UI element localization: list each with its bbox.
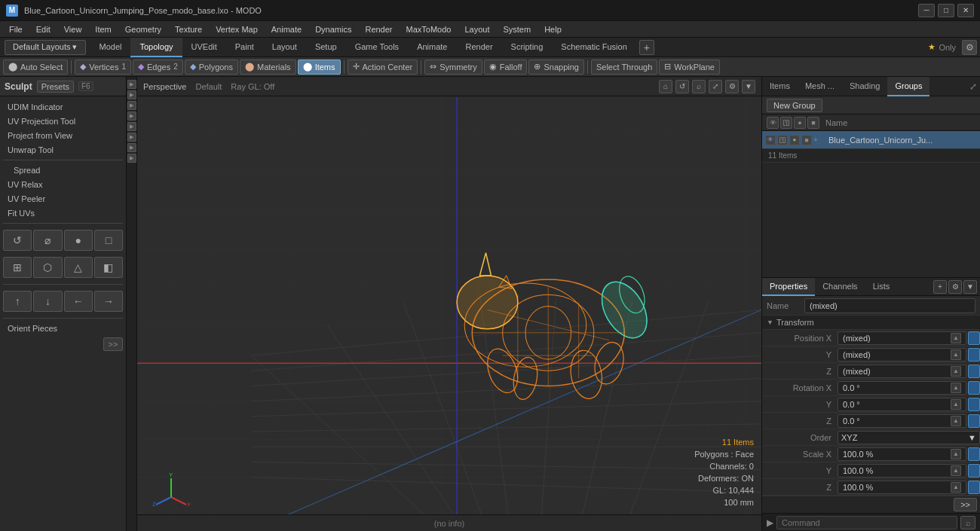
presets-button[interactable]: Presets [37,81,74,93]
prop-more-btn[interactable]: ▼ [963,280,977,294]
select-through-button[interactable]: Select Through [591,60,657,75]
rotation-x-value[interactable]: 0.0 ° ▲ [838,381,966,395]
right-tab-groups[interactable]: Groups [887,77,929,96]
tool-uv-projection[interactable]: UV Projection Tool [2,114,124,128]
maximize-button[interactable]: □ [938,4,954,17]
minimize-button[interactable]: ─ [918,4,935,17]
menu-maxtomodo[interactable]: MaxToModo [400,23,458,35]
scale-z-blue-btn[interactable] [968,481,980,494]
items-button[interactable]: ⬤ Items [298,60,341,75]
menu-system[interactable]: System [497,23,537,35]
strip-btn-1[interactable]: ▶ [127,80,136,89]
pos-x-blue-btn[interactable] [968,331,980,345]
scale-x-value[interactable]: 100.0 % ▲ [838,447,966,461]
order-select[interactable]: XYZ ▼ [838,431,980,444]
vp-icon-settings[interactable]: ⚙ [725,80,739,93]
groups-icon-solid[interactable]: ■ [807,117,819,129]
tool-icon-sphere[interactable]: ● [64,230,93,251]
new-group-button[interactable]: New Group [767,99,822,112]
tool-icon-grid[interactable]: ⊞ [3,257,32,278]
strip-btn-4[interactable]: ▶ [127,111,136,121]
position-x-value[interactable]: (mixed) ▲ [838,331,966,345]
vp-icon-expand[interactable]: ⤢ [709,80,722,93]
prop-tab-properties[interactable]: Properties [762,278,815,296]
rot-y-blue-btn[interactable] [968,398,980,411]
menu-edit[interactable]: Edit [30,23,57,35]
right-tab-mesh[interactable]: Mesh ... [798,77,842,96]
strip-btn-7[interactable]: ▶ [127,143,136,152]
close-button[interactable]: ✕ [957,4,974,17]
groups-icon-lock[interactable]: ⚿ [780,117,792,129]
tool-project-from-view[interactable]: Project from View [2,129,124,142]
tool-orient-pieces[interactable]: Orient Pieces [2,322,124,335]
viewport-canvas[interactable]: 11 Items Polygons : Face Channels: 0 Def… [137,96,761,531]
menu-vertex-map[interactable]: Vertex Map [210,23,264,35]
tool-icon-tri[interactable]: △ [64,257,93,278]
tool-fit-uvs[interactable]: Fit UVs [2,206,124,220]
tool-icon-up[interactable]: ↑ [3,291,32,312]
tab-model[interactable]: Model [90,38,131,57]
vp-icon-more[interactable]: ▼ [742,80,755,93]
tool-icon-down[interactable]: ↓ [33,291,62,312]
menu-geometry[interactable]: Geometry [119,23,167,35]
auto-select-button[interactable]: ⬤ Auto Select [3,60,68,75]
collapse-button[interactable]: >> [103,337,123,351]
strip-btn-5[interactable]: ▶ [127,122,136,131]
tool-udim-indicator[interactable]: UDIM Indicator [2,100,124,114]
tab-setup[interactable]: Setup [306,38,346,57]
snapping-button[interactable]: ⊕ Snapping [528,60,584,75]
right-panel-expand-button[interactable]: ⤢ [969,81,977,92]
group-row-unicorn[interactable]: 👁 ⚿ ● ■ + Blue_Cartoon_Unicorn_Ju... [762,131,980,149]
rotation-y-value[interactable]: 0.0 ° ▲ [838,398,966,411]
scale-y-blue-btn[interactable] [968,464,980,478]
layout-dropdown[interactable]: Default Layouts ▾ [5,40,86,55]
layout-settings-button[interactable]: ⚙ [962,40,977,55]
prop-tab-channels[interactable]: Channels [815,278,865,296]
position-y-value[interactable]: (mixed) ▲ [838,348,966,362]
right-tab-shading[interactable]: Shading [842,77,887,96]
tool-uv-peeler[interactable]: UV Peeler [2,192,124,206]
rotation-z-value[interactable]: 0.0 ° ▲ [838,414,966,428]
prop-tab-lists[interactable]: Lists [865,278,898,296]
tool-icon-cylinder[interactable]: ⌀ [33,230,62,251]
groups-icon-eye[interactable]: 👁 [767,117,779,129]
tool-spread[interactable]: Spread [2,163,124,177]
materials-button[interactable]: ⬤ Materials [240,60,296,75]
tool-unwrap[interactable]: Unwrap Tool [2,143,124,157]
vp-icon-search[interactable]: ⌕ [692,80,706,93]
viewport[interactable]: Perspective Default Ray GL: Off ⌂ ↺ ⌕ ⤢ … [137,77,761,531]
menu-dynamics[interactable]: Dynamics [309,23,357,35]
tool-icon-box[interactable]: □ [94,230,123,251]
tool-uv-relax[interactable]: UV Relax [2,178,124,191]
polygons-button[interactable]: ◆ Polygons [185,60,238,75]
more-button[interactable]: >> [954,498,977,511]
tab-topology[interactable]: Topology [130,38,182,57]
workplane-button[interactable]: ⊟ WorkPlane [659,60,720,75]
tool-icon-hex[interactable]: ⬡ [33,257,62,278]
strip-btn-6[interactable]: ▶ [127,133,136,142]
menu-item[interactable]: Item [89,23,117,35]
tab-layout[interactable]: Layout [263,38,306,57]
tool-icon-left[interactable]: ← [64,291,93,312]
menu-layout[interactable]: Layout [458,23,495,35]
rot-z-blue-btn[interactable] [968,414,980,428]
command-search-button[interactable]: ⌕ [960,516,975,529]
vertices-button[interactable]: ◆ Vertices 1 [75,60,131,75]
prop-expand-btn[interactable]: + [933,280,947,294]
menu-texture[interactable]: Texture [169,23,208,35]
groups-icon-render[interactable]: ● [794,117,806,129]
tool-icon-quad[interactable]: ◧ [94,257,123,278]
menu-animate[interactable]: Animate [265,23,308,35]
vp-icon-home[interactable]: ⌂ [659,80,672,93]
tool-icon-right[interactable]: → [94,291,123,312]
menu-view[interactable]: View [58,23,88,35]
add-layout-tab-button[interactable]: + [639,40,654,55]
scale-x-blue-btn[interactable] [968,447,980,461]
tab-scripting[interactable]: Scripting [502,38,553,57]
pos-z-blue-btn[interactable] [968,365,980,378]
falloff-button[interactable]: ◉ Falloff [484,60,528,75]
tab-game-tools[interactable]: Game Tools [346,38,409,57]
symmetry-button[interactable]: ⇔ Symmetry [424,60,482,75]
vp-icon-refresh[interactable]: ↺ [675,80,689,93]
right-tab-items[interactable]: Items [762,77,798,96]
